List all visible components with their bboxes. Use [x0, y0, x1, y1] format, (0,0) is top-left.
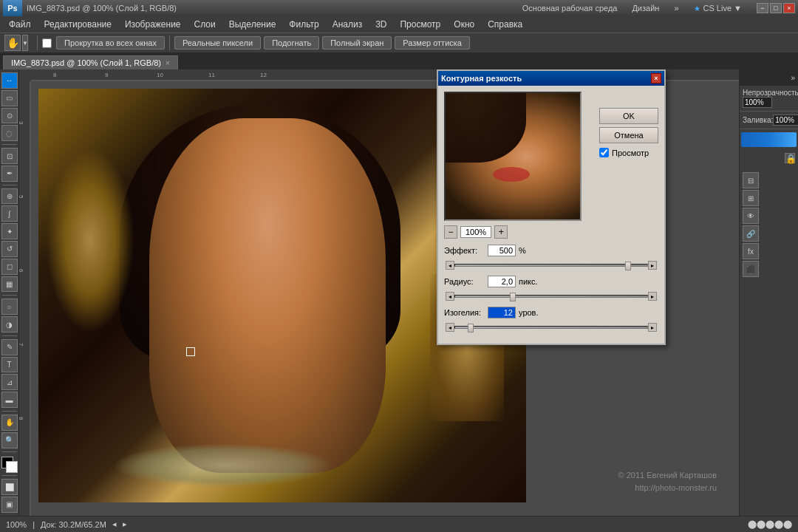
tab-close-btn[interactable]: ×: [166, 59, 170, 67]
radius-slider-right[interactable]: ▸: [648, 292, 657, 301]
radius-thumb[interactable]: [510, 293, 516, 301]
blur-tool[interactable]: ○: [1, 299, 18, 315]
document-tab[interactable]: IMG_8873.psd @ 100% (Слой 1, RGB/8) ×: [3, 55, 178, 69]
ruler-corner: [19, 69, 31, 81]
toolbar: ✋ ▼ Прокрутка во всех окнах Реальные пик…: [0, 33, 798, 53]
effect-thumb[interactable]: [625, 262, 631, 270]
doc-info: Док: 30.2M/65.2M: [41, 520, 106, 529]
opacity-section: Непрозрачность:: [740, 86, 798, 112]
color-swatch[interactable]: [1, 457, 18, 473]
tool-dropdown[interactable]: ▼: [22, 35, 28, 51]
menu-image[interactable]: Изображение: [119, 18, 187, 31]
opacity-input[interactable]: [743, 97, 772, 108]
svg-text:7: 7: [19, 343, 24, 347]
zoom-tool[interactable]: 🔍: [1, 432, 18, 449]
expand-icon[interactable]: »: [674, 4, 678, 13]
scroll-all-checkbox[interactable]: [42, 38, 52, 48]
menu-edit[interactable]: Редактирование: [38, 18, 117, 31]
canvas-area: 8 9 10 11 12 3 5 6 7 8: [19, 69, 739, 516]
full-screen-btn[interactable]: Полный экран: [322, 36, 392, 50]
nav-arrow-left[interactable]: ◂: [112, 519, 117, 529]
dodge-tool[interactable]: ◑: [1, 316, 18, 332]
fx-icon[interactable]: fx: [743, 243, 759, 259]
eraser-tool[interactable]: ◻: [1, 259, 18, 275]
menu-select[interactable]: Выделение: [223, 18, 282, 31]
dialog-titlebar: Контурная резкость ×: [438, 71, 664, 86]
menu-layers[interactable]: Слои: [188, 18, 222, 31]
radius-input[interactable]: [488, 276, 516, 287]
left-toolbar: ↔ ▭ ⊙ ◌ ⊡ ✒ ⊛ ∫ ✦ ↺ ◻ ▦ ○ ◑ ✎ T ⊿ ▬ ✋ 🔍 …: [0, 69, 19, 516]
spot-heal-tool[interactable]: ⊛: [1, 188, 18, 205]
actual-pixels-btn[interactable]: Реальные пиксели: [174, 36, 261, 50]
selection-tool[interactable]: ▭: [1, 90, 18, 106]
menu-window[interactable]: Окно: [448, 18, 480, 31]
panel-expand-icon[interactable]: »: [791, 74, 795, 82]
effect-input[interactable]: [488, 245, 516, 256]
menu-help[interactable]: Справка: [482, 18, 528, 31]
effect-slider[interactable]: [454, 264, 648, 267]
brush-tool[interactable]: ∫: [1, 205, 18, 222]
scroll-all-btn[interactable]: Прокрутка во всех окнах: [56, 36, 165, 50]
lasso-tool[interactable]: ⊙: [1, 108, 18, 124]
hand-tool[interactable]: ✋: [1, 415, 18, 431]
threshold-slider-left[interactable]: ◂: [446, 323, 454, 332]
fit-btn[interactable]: Подогнать: [264, 36, 319, 50]
history-brush-tool[interactable]: ↺: [1, 241, 18, 257]
maximize-button[interactable]: □: [770, 3, 782, 13]
effect-slider-left[interactable]: ◂: [446, 261, 454, 270]
menu-view[interactable]: Просмотр: [394, 18, 446, 31]
shape-tool[interactable]: ▬: [1, 392, 18, 408]
layers-icon[interactable]: ⊟: [743, 172, 759, 188]
quick-mask-tool[interactable]: ⬜: [1, 479, 18, 495]
close-button[interactable]: ×: [783, 3, 795, 13]
cancel-button[interactable]: Отмена: [599, 127, 658, 143]
zoom-out-btn[interactable]: −: [444, 225, 457, 239]
minimize-button[interactable]: −: [757, 3, 768, 13]
radius-row: Радиус: пикс.: [444, 276, 658, 287]
menu-filter[interactable]: Фильтр: [283, 18, 324, 31]
move-tool[interactable]: ↔: [1, 72, 18, 89]
necklace: [112, 443, 334, 488]
menu-3d[interactable]: 3D: [369, 18, 392, 31]
print-size-btn[interactable]: Размер оттиска: [395, 36, 470, 50]
cs-live-btn[interactable]: CS Live ▼: [703, 4, 742, 13]
layer-bar[interactable]: [741, 132, 797, 147]
background-color[interactable]: [6, 461, 18, 473]
radius-slider[interactable]: [454, 295, 648, 298]
eye-icon[interactable]: 👁: [743, 208, 759, 224]
statusbar-right: ⬤⬤⬤⬤⬤: [748, 519, 792, 529]
effect-slider-track: ◂ ▸: [444, 261, 658, 270]
menu-analysis[interactable]: Анализ: [327, 18, 369, 31]
status-separator: |: [33, 520, 35, 529]
clone-stamp-tool[interactable]: ✦: [1, 223, 18, 239]
ok-button[interactable]: OK: [599, 108, 658, 124]
mask-icon[interactable]: ⬛: [743, 261, 759, 277]
eyedropper-tool[interactable]: ✒: [1, 166, 18, 182]
threshold-thumb[interactable]: [468, 324, 474, 332]
opacity-row: Непрозрачность:: [743, 89, 795, 108]
ruler-vertical: 3 5 6 7 8: [19, 69, 31, 516]
text-tool[interactable]: T: [1, 357, 18, 373]
threshold-slider-right[interactable]: ▸: [648, 323, 657, 332]
threshold-input[interactable]: [488, 307, 516, 318]
gradient-tool[interactable]: ▦: [1, 276, 18, 293]
menu-file[interactable]: Файл: [3, 18, 37, 31]
hand-tool-icon[interactable]: ✋: [4, 35, 21, 51]
screen-mode-tool[interactable]: ▣: [1, 497, 18, 513]
statusbar-left: 100% | Док: 30.2M/65.2M ◂ ▸: [6, 519, 127, 529]
fill-row: Заливка:: [743, 115, 795, 126]
copy-layer-icon[interactable]: ⊞: [743, 190, 759, 206]
crop-tool[interactable]: ⊡: [1, 148, 18, 164]
path-select-tool[interactable]: ⊿: [1, 374, 18, 390]
dialog-close-btn[interactable]: ×: [651, 73, 661, 83]
pen-tool[interactable]: ✎: [1, 339, 18, 355]
threshold-slider[interactable]: [454, 326, 648, 329]
nav-arrow-right[interactable]: ▸: [123, 519, 127, 529]
quick-select-tool[interactable]: ◌: [1, 125, 18, 141]
preview-checkbox[interactable]: [599, 148, 609, 157]
fill-input[interactable]: [773, 115, 798, 126]
radius-slider-left[interactable]: ◂: [446, 292, 454, 301]
effect-slider-right[interactable]: ▸: [648, 261, 657, 270]
zoom-in-btn[interactable]: +: [494, 225, 508, 239]
link-icon[interactable]: 🔗: [743, 225, 759, 242]
